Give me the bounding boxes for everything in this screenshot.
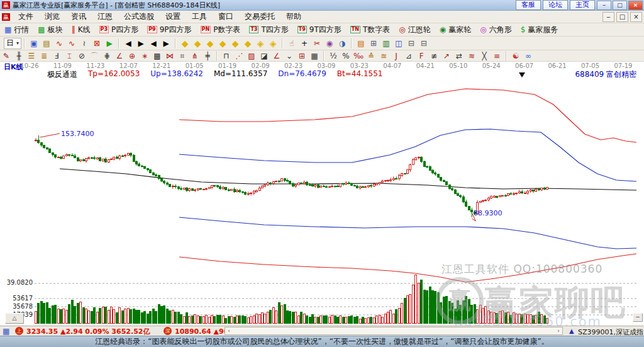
menu-6[interactable]: 工具 [186, 11, 213, 22]
splitter-button[interactable]: − [633, 313, 643, 322]
gold-icon[interactable]: ≙ [365, 51, 377, 61]
pencil-icon[interactable]: ✎ [0, 51, 13, 61]
sh-index-quote[interactable]: 3234.35 ▲2.94 0.09% 3652.52亿 [26, 327, 150, 336]
trend-icon[interactable]: ∿ [53, 38, 65, 48]
ball-icon[interactable]: ◑ [336, 38, 348, 48]
grid-tool-icon[interactable]: ╫ [13, 51, 25, 61]
jline-icon[interactable]: J [390, 51, 402, 61]
half-ratio-icon[interactable]: ½ [327, 51, 340, 61]
child-restore-button[interactable]: □ [616, 12, 628, 22]
scroll-left-icon[interactable]: ‹ [225, 327, 233, 334]
child-minimize-button[interactable]: ‒ [602, 12, 614, 22]
menu-2[interactable]: 资讯 [65, 11, 92, 22]
kefu-button[interactable]: 客服 [516, 0, 541, 10]
flag-icon[interactable]: Ⅎ [50, 51, 63, 61]
computer-icon[interactable]: ⊟ [405, 38, 418, 48]
window-icon[interactable]: ▣ [28, 38, 40, 48]
toolbar-item-T数字表[interactable]: TNT数字表 [346, 25, 395, 35]
toolbar-item-T四方形[interactable]: T3T四方形 [245, 25, 292, 35]
menu-8[interactable]: 交易委托 [239, 11, 280, 22]
hlines2-icon[interactable]: ≣ [38, 51, 50, 61]
toolbar-item-赢家服务[interactable]: $赢家服务 [516, 25, 563, 35]
toolbar-item-板块[interactable]: ▩板块 [33, 25, 67, 35]
next-bar-icon[interactable]: ▶ [160, 38, 172, 48]
arrowup-icon[interactable]: ↗ [440, 51, 453, 61]
menu-0[interactable]: 文件 [13, 11, 39, 22]
diamond-out-icon[interactable]: ◆ [242, 38, 254, 48]
circle-slash-icon[interactable]: ⊘ [75, 51, 88, 61]
box-icon[interactable]: ⊓ [220, 51, 233, 61]
nequiv-icon[interactable]: ≢ [428, 51, 440, 61]
diamond-up-icon[interactable]: ◆ [204, 38, 216, 48]
cross-icon[interactable]: + [298, 38, 311, 48]
fork-icon[interactable]: ⋔ [189, 51, 201, 61]
arc-icon[interactable]: ⌒ [88, 51, 101, 61]
expand-pane-button[interactable]: △ [5, 313, 24, 324]
half-icon[interactable]: ◪ [258, 51, 270, 61]
shade-icon[interactable]: ▩ [151, 51, 164, 61]
fline-icon[interactable]: F [415, 51, 428, 61]
diamond-down-icon[interactable]: ◆ [216, 38, 229, 48]
vee-icon[interactable]: ⌄ [283, 51, 296, 61]
child-close-button[interactable]: × [630, 12, 642, 22]
angle-icon[interactable]: ∠ [113, 51, 126, 61]
stack-icon[interactable]: ≋ [465, 51, 478, 61]
last-bar-icon[interactable]: ▶ [135, 38, 147, 48]
toolbar-item-P数字表[interactable]: PNP数字表 [196, 25, 245, 35]
quote-grid-icon[interactable]: ▦ [3, 327, 9, 336]
toolbar-item-赢家轮[interactable]: ◉赢家轮 [435, 25, 475, 35]
horizontal-scrollbar[interactable]: ‹ › [225, 327, 563, 335]
calendar-icon[interactable]: ▤ [355, 38, 367, 48]
diamond-in-icon[interactable]: ◆ [229, 38, 242, 48]
scissors-icon[interactable]: ✂ [311, 38, 323, 48]
net-icon[interactable]: ◉ [323, 38, 336, 48]
menu-9[interactable]: 帮助 [280, 11, 307, 22]
menu-4[interactable]: 公式选股 [118, 11, 160, 22]
toolbar-item-P四方形[interactable]: P3P四方形 [95, 25, 143, 35]
save-icon[interactable]: ◫ [392, 38, 405, 48]
play-icon[interactable]: ▶ [103, 38, 116, 48]
first-bar-icon[interactable]: ◀ [122, 38, 135, 48]
percent-icon[interactable]: % [340, 51, 352, 61]
diamond-left-icon[interactable]: ◆ [179, 38, 191, 48]
hlines-icon[interactable]: ☰ [25, 51, 38, 61]
maximize-button[interactable]: □ [613, 1, 627, 10]
frame-icon[interactable]: ⌗ [176, 51, 189, 61]
toolbar-item-9P四方形[interactable]: P99P四方形 [143, 25, 196, 35]
ladder-icon[interactable]: ≡ [491, 51, 503, 61]
menu-7[interactable]: 窗口 [213, 11, 239, 22]
candle-tool-icon[interactable]: ≀ [78, 38, 91, 48]
trend2-icon[interactable]: ∿ [65, 38, 78, 48]
computer2-icon[interactable]: ⊟ [418, 38, 430, 48]
kbox-icon[interactable]: ⊠ [91, 38, 103, 48]
bowtie-icon[interactable]: ⋈ [164, 51, 176, 61]
toolbar-item-行情[interactable]: ▦行情 [0, 25, 33, 35]
wedge-icon[interactable]: ∠ [270, 51, 283, 61]
plusbox-icon[interactable]: ⊞ [296, 51, 308, 61]
homepage-button[interactable]: 主页 [570, 0, 595, 10]
star-icon[interactable]: ∗ [138, 51, 151, 61]
scroll-right-icon[interactable]: › [555, 327, 562, 334]
fence-icon[interactable]: ╳ [478, 51, 491, 61]
minimize-button[interactable]: ‒ [597, 1, 611, 10]
toolbar-item-K线[interactable]: ‖K线 [67, 25, 95, 35]
gold2-icon[interactable]: ≊ [377, 51, 390, 61]
forum-button[interactable]: 论坛 [543, 0, 568, 10]
list-icon[interactable]: ▤ [40, 38, 53, 48]
delta-icon[interactable]: ⊿ [402, 51, 415, 61]
hash-icon[interactable]: ⋕ [101, 51, 113, 61]
toolbar-item-江恩轮[interactable]: ◎江恩轮 [394, 25, 435, 35]
gridbox-icon[interactable]: ▦ [308, 51, 321, 61]
hand-icon[interactable]: ☝ [286, 38, 298, 48]
toolbar-item-六角形[interactable]: ◎六角形 [475, 25, 516, 35]
rail-icon[interactable]: ╪ [201, 51, 214, 61]
diamond-right-icon[interactable]: ◆ [191, 38, 204, 48]
calculator-icon[interactable]: ⊞ [367, 38, 380, 48]
menu-5[interactable]: 设置 [160, 11, 186, 22]
beam-icon[interactable]: ⌶ [63, 51, 75, 61]
diamond-zoomin-icon[interactable]: ◈ [254, 38, 267, 48]
menu-3[interactable]: 江恩 [92, 11, 118, 22]
period-dropdown[interactable]: 日 ▾ [4, 38, 21, 49]
taiji-icon[interactable]: ☯ [509, 51, 522, 61]
diamond-zoomout-icon[interactable]: ◈ [267, 38, 279, 48]
